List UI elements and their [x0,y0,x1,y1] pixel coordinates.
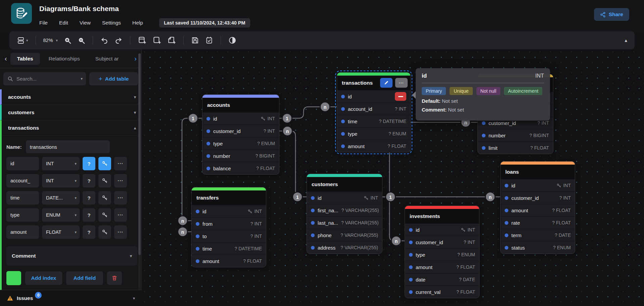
table-field-row[interactable]: amount? FLOAT [501,204,575,216]
save-button[interactable] [191,36,199,44]
sidebar-item-customers[interactable]: customers ▾ [0,105,141,120]
table-field-row[interactable]: amount? FLOAT [337,140,410,152]
investments-table[interactable]: investmentsid INTcustomer_id? INTtype? E… [405,206,479,298]
search-input[interactable] [16,76,70,82]
table-field-row[interactable]: status? ENUM [501,241,575,254]
zoom-level-dropdown[interactable]: 82% ▾ [43,38,58,43]
table-field-row[interactable]: last_na...? VARCHAR(255) [307,216,382,229]
table-field-row[interactable]: id INT [192,205,266,217]
table-header[interactable]: accounts [202,98,279,112]
table-field-row[interactable]: number? BIGINT [202,149,279,162]
table-field-row[interactable]: type? ENUM [202,137,279,149]
redo-button[interactable] [114,36,123,44]
field-name-input[interactable]: type [6,208,39,222]
table-field-row[interactable]: amount? FLOAT [405,261,479,273]
table-field-row[interactable]: type? ENUM [337,127,410,140]
table-header[interactable]: transactions··· [337,76,410,90]
sidebar-scrollbar[interactable] [138,53,141,302]
tabs-scroll-left-icon[interactable]: ‹ [3,55,8,62]
table-field-row[interactable]: id INT [405,223,479,236]
sidebar-item-accounts[interactable]: accounts ▾ [0,89,141,105]
share-button[interactable]: Share [594,8,629,21]
customers-table[interactable]: customersid INTfirst_na...? VARCHAR(255)… [307,174,382,254]
table-field-row[interactable]: amount? FLOAT [192,255,266,267]
primary-key-toggle[interactable] [98,191,111,205]
table-field-row[interactable]: first_na...? VARCHAR(255) [307,204,382,216]
table-field-row[interactable]: time? DATETIME [337,115,410,127]
table-header[interactable]: customers [307,177,382,191]
scrollbar-thumb[interactable] [138,53,141,255]
field-name-input[interactable]: account_ [6,174,39,187]
field-type-select[interactable]: ENUM▾ [42,208,80,222]
comment-collapse[interactable]: Comment ▾ [6,246,137,266]
field-name-input[interactable]: time [6,191,39,205]
delete-table-button[interactable] [107,271,122,285]
zoom-out-button[interactable] [78,37,85,44]
field-type-select[interactable]: INT▾ [42,174,80,187]
field-more-button[interactable]: ··· [114,208,127,222]
add-table-button[interactable] [138,36,146,45]
layout-button[interactable]: ▾ [17,36,28,44]
table-search-input[interactable]: ▾ [3,72,86,85]
primary-key-toggle[interactable] [98,225,111,239]
field-type-select[interactable]: FLOAT▾ [42,225,80,239]
table-field-row[interactable]: phone? VARCHAR(255) [307,229,382,241]
tab-relationships[interactable]: Relationships [42,53,87,65]
add-field-button[interactable]: Add field [66,271,103,285]
nullable-toggle[interactable]: ? [83,225,95,239]
table-header[interactable]: loans [501,165,575,179]
table-field-row[interactable]: rate? FLOAT [501,216,575,229]
primary-key-toggle[interactable] [98,174,111,187]
table-field-row[interactable]: date? DATE [405,273,479,286]
table-field-row[interactable]: address? VARCHAR(255) [307,241,382,254]
field-more-button[interactable]: ··· [114,157,127,170]
table-field-row[interactable]: current_val? FLOAT [405,286,479,298]
tab-subject-areas[interactable]: Subject ar [89,53,126,65]
add-index-button[interactable]: Add index [25,271,62,285]
field-more-button[interactable]: ··· [114,191,127,205]
loans-table[interactable]: loansid INTcustomer_id? INTamount? FLOAT… [500,161,575,254]
edit-table-button[interactable] [380,78,393,88]
tab-tables[interactable]: Tables [10,53,40,65]
undo-button[interactable] [100,36,108,44]
table-field-row[interactable]: to? INT [192,230,266,242]
delete-field-button[interactable] [395,92,406,101]
field-type-select[interactable]: DATE...▾ [42,191,80,205]
table-field-row[interactable]: account_id? INT [337,102,410,115]
nullable-toggle[interactable]: ? [83,191,95,205]
nullable-toggle[interactable]: ? [83,208,95,222]
table-field-row[interactable]: id INT [501,179,575,191]
menu-item-help[interactable]: Help [132,20,143,26]
table-field-row[interactable]: number? BIGINT [478,129,553,141]
tabs-scroll-right-icon[interactable]: › [133,55,138,62]
transactions-table[interactable]: transactions···idaccount_id? INTtime? DA… [337,72,411,152]
menu-item-edit[interactable]: Edit [59,20,68,26]
table-field-row[interactable]: term? DATE [501,229,575,241]
accounts-table[interactable]: accountsid INTcustomer_id? INTtype? ENUM… [202,94,279,175]
nullable-toggle[interactable]: ? [83,157,95,170]
table-field-row[interactable]: id [337,90,410,102]
nullable-toggle[interactable]: ? [83,174,95,187]
sidebar-item-transactions[interactable]: transactions ▴ [2,120,141,136]
table-field-row[interactable]: customer_id? INT [405,236,479,248]
table-field-row[interactable]: type? ENUM [405,248,479,261]
menu-item-view[interactable]: View [80,20,91,26]
add-area-button[interactable] [152,36,161,45]
table-color-swatch[interactable] [6,271,21,285]
menu-item-file[interactable]: File [39,20,48,26]
field-more-button[interactable]: ··· [114,225,127,239]
table-field-row[interactable]: id INT [307,191,382,204]
table-field-row[interactable]: limit? FLOAT [478,141,553,154]
table-field-row[interactable]: id INT [202,112,279,125]
table-header[interactable]: transfers [192,190,266,205]
table-field-row[interactable]: from? INT [192,217,266,230]
menu-item-settings[interactable]: Settings [102,20,121,26]
table-field-row[interactable]: balance? FLOAT [202,162,279,174]
add-note-button[interactable] [167,36,176,45]
issues-bar[interactable]: Issues 0 ▾ [0,290,142,306]
table-field-row[interactable]: customer_id? INT [202,125,279,137]
table-header[interactable]: investments [405,209,479,223]
field-type-select[interactable]: INT▾ [42,157,80,170]
table-more-button[interactable]: ··· [395,78,408,88]
table-name-input[interactable] [26,140,110,153]
